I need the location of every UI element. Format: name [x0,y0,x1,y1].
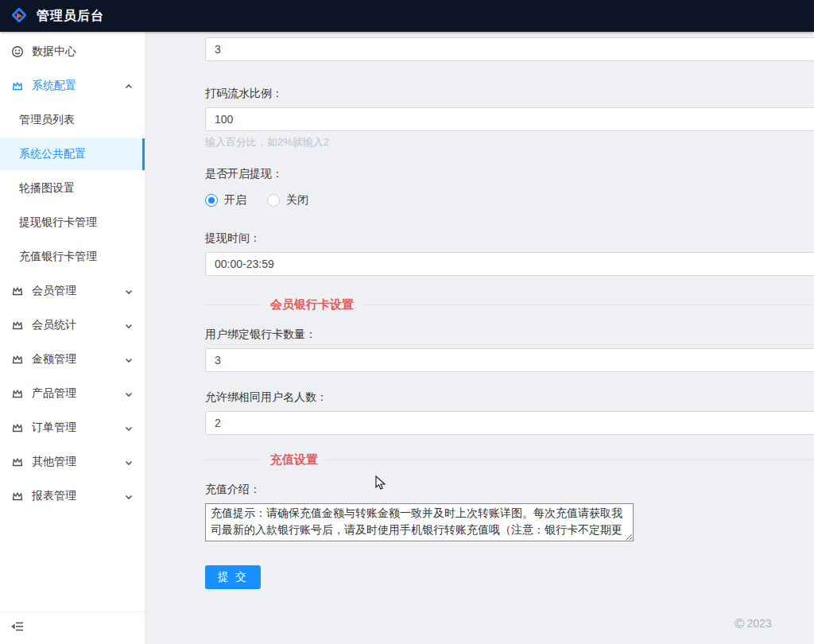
sidebar-item-label: 轮播图设置 [19,181,134,196]
dama-ratio-label: 打码流水比例： [205,85,814,101]
sidebar-item-member-statistics[interactable]: 会员统计 [0,309,145,341]
sidebar-item-data-center[interactable]: 数据中心 [0,36,145,68]
withdraw-time-input[interactable] [205,252,814,276]
sidebar-item-member-management[interactable]: 会员管理 [0,275,145,307]
sidebar-item-order-management[interactable]: 订单管理 [0,412,145,444]
menu-fold-icon[interactable] [11,620,24,636]
radio-circle-icon [267,194,280,207]
dama-ratio-helper: 输入百分比，如2%就输入2 [205,135,814,148]
crown-icon [11,353,24,366]
crown-icon [11,285,24,297]
crown-icon [11,80,24,92]
recharge-intro-label: 充值介绍： [205,481,814,497]
sidebar: 数据中心 系统配置 管理员列表 系统公共配置 轮播图设置 提现银行卡管理 充值银… [0,32,145,644]
app-logo-icon [11,7,29,25]
sidebar-item-admin-list[interactable]: 管理员列表 [0,104,145,136]
smile-icon [11,45,24,58]
sidebar-item-label: 会员统计 [32,318,121,332]
sidebar-item-label: 数据中心 [32,45,134,59]
sidebar-item-label: 会员管理 [32,284,121,298]
sidebar-item-label: 管理员列表 [19,113,134,127]
chevron-down-icon [124,389,134,398]
bind-card-count-input[interactable] [205,348,814,372]
sidebar-item-recharge-bankcard[interactable]: 充值银行卡管理 [0,241,145,273]
app-header: 管理员后台 [0,0,814,32]
sidebar-item-label: 系统配置 [32,79,121,93]
copyright-icon: © [735,616,745,631]
sidebar-footer [0,611,145,644]
sidebar-item-system-public-config[interactable]: 系统公共配置 [0,138,145,170]
app-title: 管理员后台 [37,8,104,25]
top-number-input[interactable] [205,37,814,61]
crown-icon [11,319,24,332]
chevron-up-icon [124,81,134,91]
sidebar-item-label: 订单管理 [32,421,121,435]
sidebar-item-label: 充值银行卡管理 [19,250,134,264]
bind-card-count-label: 用户绑定银行卡数量： [205,326,814,342]
copyright-year: 2023 [747,617,772,630]
radio-on[interactable]: 开启 [205,193,246,208]
same-name-count-label: 允许绑相同用户名人数： [205,389,814,405]
same-name-count-input[interactable] [205,411,814,435]
chevron-down-icon [124,457,134,467]
sidebar-item-label: 金额管理 [32,352,121,367]
withdraw-time-label: 提现时间： [205,230,814,246]
crown-icon [11,421,24,434]
sidebar-item-product-management[interactable]: 产品管理 [0,378,145,409]
sidebar-item-label: 产品管理 [32,386,121,401]
sidebar-item-label: 其他管理 [32,455,121,469]
radio-off[interactable]: 关闭 [267,193,308,208]
chevron-down-icon [124,320,134,330]
sidebar-item-amount-management[interactable]: 金额管理 [0,343,145,375]
chevron-down-icon [124,355,134,364]
withdraw-toggle-label: 是否开启提现： [205,165,814,181]
copyright: ©2023 [735,616,772,632]
chevron-down-icon [124,491,134,501]
dama-ratio-input[interactable] [205,107,814,131]
sidebar-item-withdraw-bankcard[interactable]: 提现银行卡管理 [0,207,145,239]
radio-label: 开启 [224,193,246,208]
sidebar-item-label: 系统公共配置 [19,147,134,161]
withdraw-toggle-group: 开启 关闭 [205,192,814,209]
sidebar-item-label: 报表管理 [32,489,121,503]
radio-label: 关闭 [286,193,308,208]
crown-icon [11,387,24,400]
sidebar-item-other-management[interactable]: 其他管理 [0,446,145,478]
submit-button[interactable]: 提 交 [205,565,261,589]
section-heading-recharge: 充值设置 [205,452,814,467]
sidebar-item-system-config[interactable]: 系统配置 [0,70,145,102]
sidebar-item-label: 提现银行卡管理 [19,215,134,230]
main-content: 打码流水比例： 输入百分比，如2%就输入2 是否开启提现： 开启 关闭 提现时间… [146,32,814,644]
crown-icon [11,456,24,468]
sidebar-item-carousel-settings[interactable]: 轮播图设置 [0,173,145,204]
recharge-intro-textarea[interactable]: 充值提示：请确保充值金额与转账金额一致并及时上次转账详图。每次充值请获取我司最新… [205,503,634,541]
crown-icon [11,490,24,502]
section-heading-bankcard: 会员银行卡设置 [205,297,814,312]
chevron-down-icon [124,423,134,433]
radio-circle-icon [205,194,218,207]
sidebar-item-report-management[interactable]: 报表管理 [0,480,145,512]
chevron-down-icon [124,286,134,296]
